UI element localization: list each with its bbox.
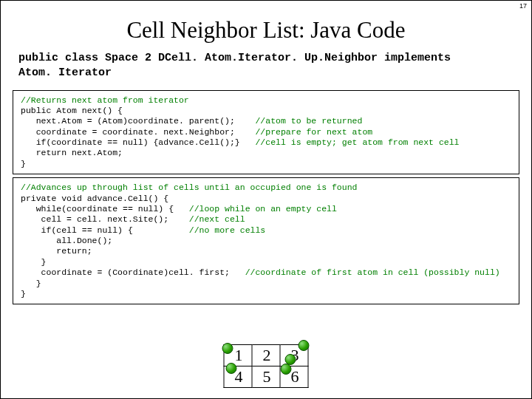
grid-cell: 2 <box>252 345 280 366</box>
cell-label: 1 <box>235 346 243 364</box>
code-box-advance: //Advances up through list of cells unti… <box>13 177 519 304</box>
class-decl-line1: public class Space 2 DCell. Atom.Iterato… <box>18 52 451 64</box>
code-line: next.Atom = (Atom)coordinate. parent(); <box>21 116 255 126</box>
code-comment: //cell is empty; get atom from next cell <box>255 137 459 147</box>
code-line: //Returns next atom from iterator <box>21 95 189 105</box>
code-comment: //next cell <box>189 214 245 224</box>
code-comment: //coordinate of first atom in cell (poss… <box>245 267 500 277</box>
code-line: } <box>21 159 26 168</box>
atom-dot <box>226 363 237 374</box>
code-comment: //prepare for next atom <box>255 127 372 137</box>
slide-title: Cell Neighbor List: Java Code <box>1 17 531 44</box>
page-number: 17 <box>519 2 527 10</box>
code-line: cell = cell. next.Site(); <box>21 214 189 224</box>
code-line: private void advance.Cell() { <box>21 194 168 203</box>
code-comment: //no more cells <box>189 225 266 235</box>
class-declaration: public class Space 2 DCell. Atom.Iterato… <box>1 51 531 87</box>
cell-grid: 1 2 3 4 5 6 <box>224 344 309 388</box>
code-line: if(coordinate == null) {advance.Cell();} <box>21 137 255 147</box>
code-comment: //loop while on an empty cell <box>189 204 337 214</box>
code-line: } <box>21 279 41 288</box>
code-line: coordinate = (Coordinate)cell. first; <box>21 267 245 277</box>
code-line: //Advances up through list of cells unti… <box>21 183 357 192</box>
code-line: public Atom next() { <box>21 106 123 115</box>
code-line: return next.Atom; <box>21 148 123 157</box>
atom-dot <box>299 340 310 351</box>
code-line: return; <box>21 246 92 256</box>
class-decl-line2: Atom. Iterator <box>18 66 112 79</box>
grid-cell: 5 <box>252 366 280 388</box>
cell-label: 2 <box>263 346 271 364</box>
grid-cell: 4 <box>224 366 252 388</box>
code-line: } <box>21 289 26 299</box>
grid-cell: 6 <box>280 366 308 388</box>
code-comment: //atom to be returned <box>255 116 362 126</box>
code-line: all.Done(); <box>21 236 112 245</box>
code-box-next: //Returns next atom from iterator public… <box>13 90 519 175</box>
atom-dot <box>281 364 292 375</box>
code-line: while(coordinate == null) { <box>21 204 189 214</box>
code-line: if(cell == null) { <box>21 225 189 235</box>
cell-label: 6 <box>291 367 299 386</box>
code-line: } <box>21 257 47 267</box>
cell-label: 5 <box>263 367 271 386</box>
atom-dot <box>222 343 233 354</box>
code-line: coordinate = coordinate. next.Neighbor; <box>21 127 255 137</box>
